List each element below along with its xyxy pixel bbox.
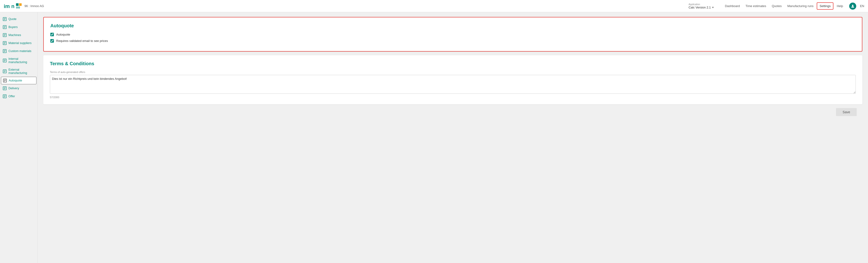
sidebar-item-custom-materials[interactable]: Custom materials: [0, 47, 37, 55]
terms-title: Terms & Conditions: [50, 61, 856, 66]
validated-email-checkbox-label: Requires validated email to see prices: [56, 39, 108, 42]
terms-textarea[interactable]: Dies ist nur ein Richtpreis und kein bin…: [50, 75, 856, 94]
sidebar-item-internal-manufacturing[interactable]: Internal manufacturing: [0, 55, 37, 66]
sidebar-item-material-suppliers[interactable]: Material suppliers: [0, 39, 37, 47]
sidebar-label-material-suppliers: Material suppliers: [8, 41, 32, 45]
lang-selector[interactable]: EN: [860, 4, 864, 8]
machines-icon: [3, 33, 7, 37]
app-value-row[interactable]: Calc Version 2.1 ▼: [688, 6, 714, 9]
sidebar-label-internal-manufacturing: Internal manufacturing: [8, 57, 35, 64]
autoquote-checkbox-label: Autoquote: [56, 33, 70, 36]
sidebar-label-external-manufacturing: External manufacturing: [8, 68, 35, 75]
header: im n oo 96 : Imnoo AG Application Calc V…: [0, 0, 868, 12]
nav-manufacturing-runs[interactable]: Manufacturing runs: [785, 3, 816, 9]
org-label: 96 : Imnoo AG: [25, 4, 44, 8]
layout: Quote Buyers Machines Material suppliers…: [0, 12, 868, 263]
svg-point-5: [852, 5, 854, 6]
autoquote-card: Autoquote Autoquote Requires validated e…: [43, 17, 862, 52]
main-content: Autoquote Autoquote Requires validated e…: [38, 12, 868, 263]
sidebar-label-offer: Offer: [8, 95, 15, 98]
nav-dashboard[interactable]: Dashboard: [723, 3, 742, 9]
material-suppliers-icon: [3, 41, 7, 45]
save-row: Save: [43, 108, 862, 116]
svg-text:n: n: [11, 3, 14, 9]
sidebar-item-offer[interactable]: Offer: [0, 92, 37, 100]
user-avatar[interactable]: [849, 3, 856, 10]
char-count: 57/2000: [50, 96, 856, 99]
nav-quotes[interactable]: Quotes: [769, 3, 784, 9]
buyers-icon: [3, 25, 7, 29]
sidebar-item-external-manufacturing[interactable]: External manufacturing: [0, 66, 37, 77]
offer-icon: [3, 94, 7, 98]
custom-materials-icon: [3, 49, 7, 53]
sidebar-item-autoquote[interactable]: Autoquote: [1, 77, 36, 84]
checkbox-row-autoquote: Autoquote: [50, 33, 855, 36]
sidebar-item-buyers[interactable]: Buyers: [0, 23, 37, 31]
nav-time-estimates[interactable]: Time estimates: [743, 3, 769, 9]
terms-card: Terms & Conditions Terms of auto-generat…: [43, 55, 862, 104]
nav-settings[interactable]: Settings: [817, 2, 833, 10]
app-selector[interactable]: Application Calc Version 2.1 ▼: [688, 3, 714, 9]
autoquote-checkbox[interactable]: [50, 33, 54, 36]
autoquote-icon: [3, 79, 7, 82]
sidebar-label-autoquote: Autoquote: [9, 79, 22, 82]
svg-text:im: im: [4, 3, 10, 9]
nav-links: Dashboard Time estimates Quotes Manufact…: [723, 2, 845, 10]
sidebar-label-buyers: Buyers: [8, 25, 18, 29]
sidebar-label-machines: Machines: [8, 33, 21, 37]
save-button[interactable]: Save: [836, 108, 857, 116]
logo-area: im n oo 96 : Imnoo AG: [4, 3, 44, 9]
delivery-icon: [3, 86, 7, 90]
validated-email-checkbox[interactable]: [50, 39, 54, 42]
sidebar-item-delivery[interactable]: Delivery: [0, 84, 37, 92]
sidebar-item-machines[interactable]: Machines: [0, 31, 37, 39]
nav-help[interactable]: Help: [834, 3, 845, 9]
svg-text:oo: oo: [16, 5, 20, 9]
sidebar-label-custom-materials: Custom materials: [8, 50, 31, 53]
sidebar-label-quote: Quote: [8, 18, 17, 21]
sidebar-item-quote[interactable]: Quote: [0, 15, 37, 23]
app-value: Calc Version 2.1: [688, 6, 711, 9]
external-manufacturing-icon: [3, 69, 7, 73]
logo-icon: im n oo: [4, 3, 23, 9]
sidebar-label-delivery: Delivery: [8, 87, 19, 90]
terms-field-label: Terms of auto-generated offers: [50, 70, 856, 74]
internal-manufacturing-icon: [3, 59, 7, 62]
quote-icon: [3, 17, 7, 21]
sidebar: Quote Buyers Machines Material suppliers…: [0, 12, 38, 263]
autoquote-title: Autoquote: [50, 23, 855, 28]
chevron-down-icon: ▼: [712, 6, 714, 9]
app-section-label: Application: [688, 3, 714, 6]
checkbox-row-validated-email: Requires validated email to see prices: [50, 39, 855, 42]
user-icon: [850, 4, 855, 8]
